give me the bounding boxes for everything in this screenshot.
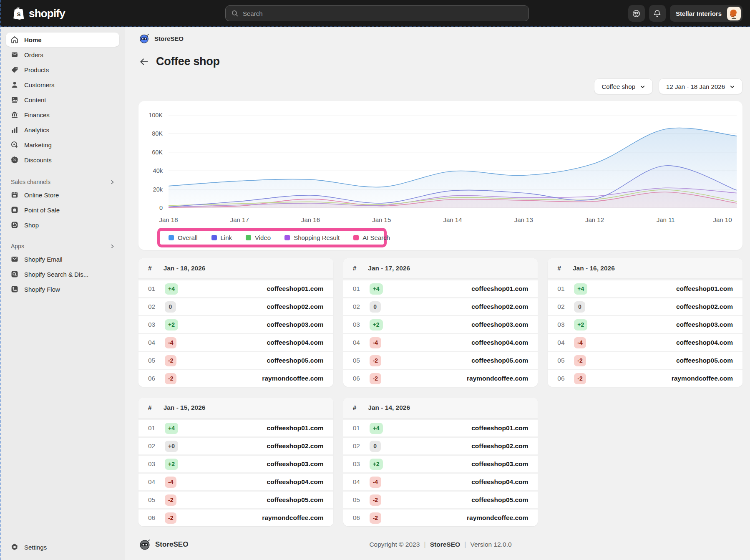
legend-label: Shopping Result — [294, 234, 340, 241]
rank-position: 03 — [353, 460, 365, 468]
search-input[interactable]: Search — [225, 5, 529, 21]
line-chart: 100K80K60K40k20k0Jan 18Jan 17Jan 16Jan 1… — [138, 106, 742, 228]
legend-item-ai-search[interactable]: AI Search — [353, 234, 390, 241]
sidebar-item-orders[interactable]: Orders — [6, 48, 119, 62]
rank-row: 01+4coffeeshop01.com — [343, 419, 538, 436]
sidebar-item-home[interactable]: Home — [6, 33, 119, 47]
shop-icon — [10, 221, 19, 229]
rank-row: 06-2raymondcoffee.com — [138, 508, 333, 526]
rank-row: 020coffeeshop02.com — [548, 297, 742, 315]
breadcrumb-app-name[interactable]: StoreSEO — [154, 35, 184, 42]
rank-row: 03+2coffeeshop03.com — [343, 315, 538, 333]
sidebar-item-shop[interactable]: Shop — [6, 218, 119, 232]
sidebar-item-customers[interactable]: Customers — [6, 78, 119, 92]
rank-domain: coffeeshop04.com — [267, 339, 324, 346]
sidebar-item-label: Content — [24, 96, 46, 103]
legend-label: AI Search — [362, 234, 390, 241]
rank-position: 01 — [148, 424, 161, 432]
chevron-right-icon — [110, 244, 115, 249]
rank-row: 04-4coffeeshop04.com — [343, 333, 538, 351]
footer-version: Version 12.0.0 — [470, 541, 511, 548]
rank-row: 02+0coffeeshop02.com — [138, 436, 333, 454]
svg-text:S: S — [17, 11, 21, 18]
sidebar-item-point-of-sale[interactable]: Point of Sale — [6, 203, 119, 217]
rank-trend-chart-card: 100K80K60K40k20k0Jan 18Jan 17Jan 16Jan 1… — [138, 101, 742, 250]
notifications-button[interactable] — [649, 5, 666, 22]
legend-item-overall[interactable]: Overall — [169, 234, 198, 241]
section-label: Apps — [11, 243, 24, 250]
rank-change-badge: 0 — [165, 301, 176, 313]
main-content: StoreSEO Coffee shop Coffee shop 12 Jan … — [125, 27, 750, 560]
rank-change-badge: 0 — [370, 301, 381, 313]
legend-item-link[interactable]: Link — [211, 234, 232, 241]
rank-hash: # — [353, 404, 357, 411]
rank-row: 020coffeeshop02.com — [138, 297, 333, 315]
sidebar-item-shopify-email[interactable]: Shopify Email — [6, 252, 119, 266]
rank-hash: # — [353, 265, 357, 272]
rank-row: 05-2coffeeshop05.com — [343, 490, 538, 508]
sidekick-assistant-button[interactable] — [628, 5, 645, 22]
sidebar-section-sales-channels[interactable]: Sales channels — [0, 176, 125, 188]
rank-position: 04 — [148, 478, 161, 486]
shopify-logo[interactable]: S shopify — [13, 6, 65, 20]
rank-domain: coffeeshop04.com — [267, 478, 324, 486]
rank-row: 06-2raymondcoffee.com — [548, 369, 742, 387]
legend-item-video[interactable]: Video — [246, 234, 271, 241]
sidebar-section-apps[interactable]: Apps — [0, 240, 125, 252]
sidebar-item-analytics[interactable]: Analytics — [6, 123, 119, 137]
store-menu-button[interactable]: Stellar Interiors — [670, 5, 742, 22]
rank-domain: coffeeshop03.com — [471, 460, 528, 468]
rank-date: Jan - 14, 2026 — [368, 404, 410, 411]
daily-rank-cards: #Jan - 18, 202601+4coffeeshop01.com020co… — [138, 258, 742, 526]
sidebar-item-marketing[interactable]: Marketing — [6, 138, 119, 152]
keyword-dropdown[interactable]: Coffee shop — [594, 78, 653, 94]
rank-change-badge: +2 — [574, 319, 587, 330]
sidebar-item-settings[interactable]: Settings — [6, 540, 119, 554]
back-arrow-icon[interactable] — [138, 56, 149, 67]
store-name: Stellar Interiors — [676, 10, 722, 17]
rank-change-badge: +2 — [370, 319, 383, 330]
svg-text:80K: 80K — [152, 130, 163, 137]
legend-item-shopping-result[interactable]: Shopping Result — [284, 234, 340, 241]
sidebar-item-products[interactable]: Products — [6, 63, 119, 77]
email-icon — [10, 255, 19, 263]
sidebar-item-label: Finances — [24, 111, 50, 119]
sidebar-item-label: Online Store — [24, 192, 59, 199]
rank-domain: coffeeshop04.com — [471, 478, 528, 486]
sidebar-item-shopify-search-dis[interactable]: Shopify Search & Dis... — [6, 267, 119, 281]
home-icon — [10, 35, 19, 44]
svg-text:100K: 100K — [148, 112, 163, 119]
rank-row: 04-4coffeeshop04.com — [138, 472, 333, 490]
rank-position: 01 — [353, 424, 365, 432]
sidebar-item-online-store[interactable]: Online Store — [6, 188, 119, 202]
sidekick-icon — [632, 9, 641, 18]
rank-change-badge: +4 — [370, 283, 383, 295]
customers-icon — [10, 81, 19, 89]
sidebar-item-discounts[interactable]: Discounts — [6, 153, 119, 167]
sidebar: HomeOrdersProductsCustomersContentFinanc… — [0, 27, 125, 560]
discounts-icon — [10, 156, 19, 164]
rank-domain: coffeeshop01.com — [267, 285, 324, 293]
sidebar-item-label: Shopify Email — [24, 256, 63, 263]
rank-domain: coffeeshop01.com — [471, 424, 528, 432]
rank-position: 04 — [148, 339, 161, 346]
sidebar-item-content[interactable]: Content — [6, 93, 119, 107]
rank-change-badge: -2 — [165, 373, 176, 384]
rank-position: 04 — [353, 339, 365, 346]
search-placeholder: Search — [243, 10, 263, 17]
sidebar-item-label: Shopify Search & Dis... — [24, 271, 88, 278]
rank-domain: coffeeshop05.com — [676, 357, 733, 364]
rank-hash: # — [148, 404, 152, 411]
rank-row: 03+2coffeeshop03.com — [138, 454, 333, 472]
rank-row: 05-2coffeeshop05.com — [138, 490, 333, 508]
rank-domain: coffeeshop02.com — [267, 442, 324, 450]
page-title: Coffee shop — [156, 55, 220, 68]
rank-position: 06 — [148, 375, 161, 382]
sidebar-item-shopify-flow[interactable]: Shopify Flow — [6, 282, 119, 296]
chevron-down-icon — [730, 84, 735, 90]
date-range-dropdown[interactable]: 12 Jan - 18 Jan 2026 — [659, 78, 742, 94]
rank-domain: coffeeshop02.com — [676, 303, 733, 310]
rank-date: Jan - 16, 2026 — [573, 265, 615, 272]
rank-change-badge: -2 — [165, 494, 176, 506]
sidebar-item-finances[interactable]: Finances — [6, 108, 119, 122]
